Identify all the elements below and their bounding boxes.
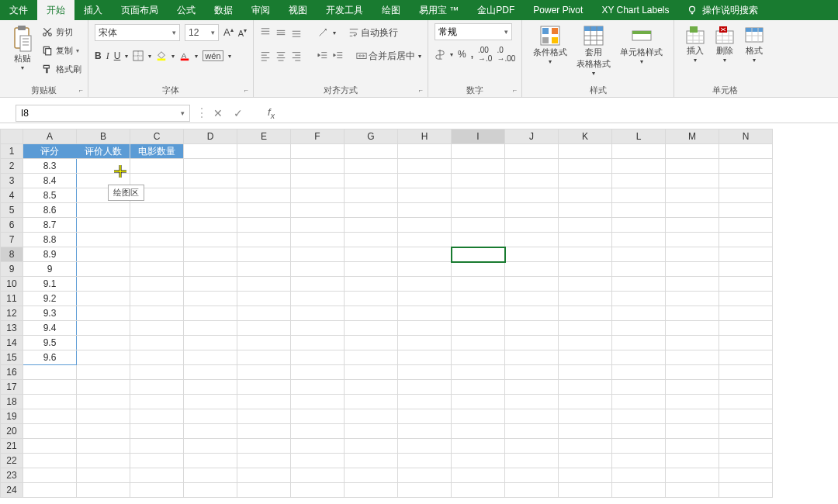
- cell[interactable]: [666, 321, 719, 336]
- cell[interactable]: [612, 159, 666, 174]
- cell[interactable]: [612, 218, 666, 233]
- cell[interactable]: [505, 188, 559, 203]
- menu-tab-3[interactable]: 页面布局: [112, 0, 168, 20]
- row-header[interactable]: 23: [1, 468, 23, 483]
- cell[interactable]: [77, 203, 130, 218]
- cell[interactable]: [452, 233, 505, 247]
- insert-cells-button[interactable]: 插入▾: [680, 23, 710, 65]
- cell[interactable]: [612, 174, 666, 188]
- row-header[interactable]: 24: [1, 483, 23, 498]
- menu-tab-11[interactable]: 金山PDF: [468, 0, 524, 20]
- cell[interactable]: [345, 144, 398, 159]
- cell[interactable]: [452, 159, 505, 174]
- cell[interactable]: [559, 292, 612, 306]
- cell[interactable]: [452, 409, 505, 424]
- font-color-button[interactable]: A: [179, 50, 190, 61]
- cell[interactable]: [719, 454, 773, 468]
- menu-tab-13[interactable]: XY Chart Labels: [592, 0, 678, 20]
- cell[interactable]: [719, 174, 773, 188]
- cell[interactable]: [130, 277, 184, 292]
- underline-button[interactable]: U: [114, 50, 121, 61]
- row-header[interactable]: 11: [1, 292, 23, 306]
- cell[interactable]: [398, 336, 452, 350]
- decrease-font-icon[interactable]: A▾: [238, 27, 247, 38]
- row-header[interactable]: 21: [1, 439, 23, 454]
- cell[interactable]: [559, 174, 612, 188]
- cell[interactable]: [719, 159, 773, 174]
- cell[interactable]: [130, 395, 184, 409]
- cell[interactable]: [345, 277, 398, 292]
- cell[interactable]: [398, 468, 452, 483]
- cell[interactable]: [398, 247, 452, 262]
- cell[interactable]: [345, 321, 398, 336]
- cell[interactable]: [719, 409, 773, 424]
- cell[interactable]: [612, 306, 666, 321]
- cell[interactable]: 评价人数: [77, 144, 130, 159]
- cell[interactable]: [237, 203, 291, 218]
- cell[interactable]: [398, 144, 452, 159]
- cell[interactable]: [559, 350, 612, 365]
- row-header[interactable]: 18: [1, 395, 23, 409]
- cell[interactable]: [719, 483, 773, 498]
- cell[interactable]: [612, 262, 666, 277]
- cell[interactable]: [130, 203, 184, 218]
- menu-tab-2[interactable]: 插入: [74, 0, 112, 20]
- menu-tab-7[interactable]: 视图: [279, 0, 317, 20]
- cell[interactable]: [666, 262, 719, 277]
- cell[interactable]: [666, 174, 719, 188]
- cell[interactable]: [719, 188, 773, 203]
- cell[interactable]: [237, 159, 291, 174]
- cell[interactable]: [719, 424, 773, 439]
- conditional-format-button[interactable]: 条件格式▾: [528, 23, 572, 67]
- cell[interactable]: [612, 454, 666, 468]
- row-header[interactable]: 6: [1, 218, 23, 233]
- cell[interactable]: [666, 365, 719, 380]
- font-size-combo[interactable]: 12▾: [185, 24, 219, 41]
- font-name-combo[interactable]: 宋体▾: [95, 24, 180, 41]
- cell[interactable]: [559, 262, 612, 277]
- cell[interactable]: [291, 409, 345, 424]
- cell[interactable]: 8.9: [23, 247, 77, 262]
- cell[interactable]: [559, 306, 612, 321]
- cell[interactable]: [237, 144, 291, 159]
- cell[interactable]: [130, 409, 184, 424]
- cancel-formula-icon[interactable]: ✕: [213, 107, 223, 119]
- cell[interactable]: [612, 336, 666, 350]
- cell[interactable]: [130, 306, 184, 321]
- cell[interactable]: [291, 233, 345, 247]
- cell[interactable]: [559, 188, 612, 203]
- cell[interactable]: [130, 483, 184, 498]
- cell[interactable]: [612, 321, 666, 336]
- cell[interactable]: [237, 365, 291, 380]
- cell[interactable]: [130, 365, 184, 380]
- menu-tab-5[interactable]: 数据: [205, 0, 242, 20]
- cell[interactable]: [291, 144, 345, 159]
- col-header[interactable]: L: [612, 129, 666, 144]
- cell[interactable]: [77, 365, 130, 380]
- cell[interactable]: [612, 188, 666, 203]
- cell[interactable]: [719, 350, 773, 365]
- cell[interactable]: [130, 159, 184, 174]
- cell[interactable]: [452, 380, 505, 395]
- menu-tab-1[interactable]: 开始: [37, 0, 74, 20]
- align-middle-icon[interactable]: [275, 27, 286, 38]
- tell-me[interactable]: 操作说明搜索: [679, 4, 766, 17]
- cell[interactable]: [666, 483, 719, 498]
- format-painter-button[interactable]: 格式刷: [42, 60, 81, 78]
- cell[interactable]: 电影数量: [130, 144, 184, 159]
- cell[interactable]: [345, 203, 398, 218]
- cell[interactable]: [505, 159, 559, 174]
- cell[interactable]: [291, 262, 345, 277]
- cell[interactable]: [237, 233, 291, 247]
- cell[interactable]: [398, 380, 452, 395]
- border-button[interactable]: [133, 50, 144, 61]
- cell[interactable]: [719, 395, 773, 409]
- cell[interactable]: [77, 277, 130, 292]
- row-header[interactable]: 9: [1, 262, 23, 277]
- cell[interactable]: [345, 306, 398, 321]
- cell[interactable]: [719, 144, 773, 159]
- cell[interactable]: [184, 395, 237, 409]
- cell[interactable]: [452, 321, 505, 336]
- cell[interactable]: [23, 468, 77, 483]
- cell[interactable]: [666, 277, 719, 292]
